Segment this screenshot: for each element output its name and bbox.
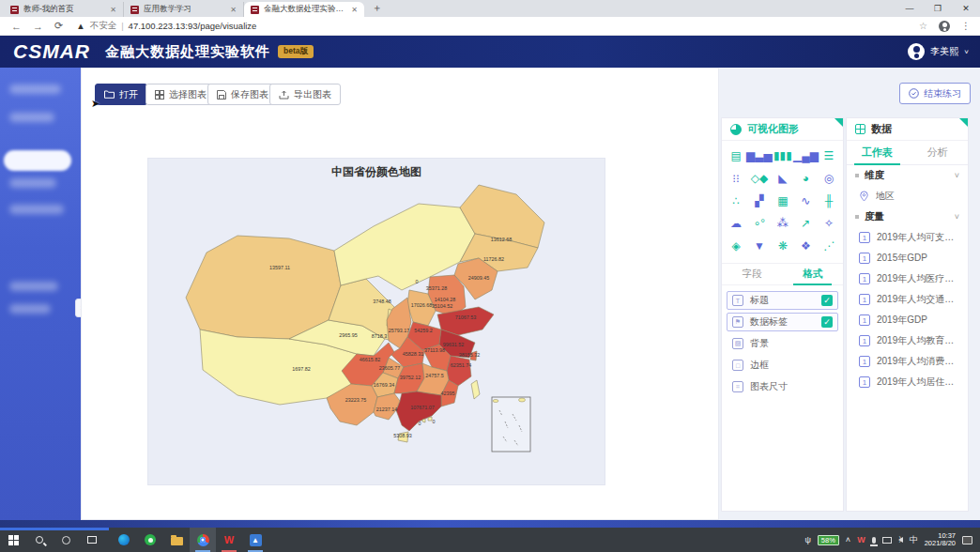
regression-chart-icon[interactable]: ⋰ [819, 235, 839, 257]
save-chart-button[interactable]: 保存图表 [207, 84, 278, 105]
bar-chart-icon[interactable]: ▆▃▅ [746, 145, 773, 167]
format-option-标题[interactable]: T标题✓ [727, 291, 838, 310]
format-option-数据标签[interactable]: ⚑数据标签✓ [727, 313, 838, 331]
province-新疆[interactable] [186, 236, 341, 339]
wps-tray-icon[interactable]: W [857, 535, 865, 544]
province-澳门[interactable] [422, 419, 425, 422]
battery-indicator[interactable]: 58% [818, 535, 839, 545]
speaker-tray-icon[interactable] [898, 537, 903, 543]
profile-icon[interactable] [939, 21, 950, 32]
trend-scatter-chart-icon[interactable]: ↗ [793, 212, 819, 235]
dimensions-section-header[interactable]: 维度 ˅ [847, 165, 968, 186]
forward-button[interactable]: → [33, 21, 43, 32]
browser-tab-3-active[interactable]: 金融大数据处理实验软件 ✕ [244, 2, 364, 17]
browser-360-taskbar-icon[interactable] [137, 528, 163, 552]
data-panel: 数据 工作表 分析 维度 ˅ 地区 度量 ˅ 12019年人均可支配收入1201… [846, 117, 969, 512]
file-explorer-taskbar-icon[interactable] [163, 528, 190, 552]
candlestick-chart-icon[interactable]: ╫ [819, 190, 839, 212]
area-chart-icon[interactable]: ◣ [773, 167, 793, 190]
restore-button[interactable]: ❐ [924, 4, 952, 13]
user-menu[interactable]: 李美熙 ˅ [908, 43, 969, 60]
chart-area[interactable]: 中国省份颜色地图 13597.111697.822965.958718.3374… [148, 159, 605, 484]
histogram-icon[interactable]: ▁▄▆ [793, 145, 819, 167]
polygon-chart-icon[interactable]: ◈ [726, 235, 746, 257]
tab-close-icon[interactable]: ✕ [230, 6, 237, 14]
select-chart-button[interactable]: 选择图表 [145, 84, 216, 105]
column-chart-icon[interactable]: ▮▮▮ [773, 145, 793, 167]
checkbox-checked-icon[interactable]: ✓ [821, 316, 833, 328]
format-option-边框[interactable]: □边框 [727, 356, 838, 375]
funnel-chart-icon[interactable]: ▼ [746, 235, 773, 257]
start-button[interactable] [0, 528, 26, 552]
task-view-button[interactable] [79, 528, 105, 552]
address-bar[interactable]: ▲ 不安全 | 47.100.223.13:93/page/visualize [76, 20, 919, 32]
line-chart-icon[interactable]: ∿ [793, 190, 819, 212]
measure-item[interactable]: 12019年GDP [847, 310, 968, 330]
checkbox-checked-icon[interactable]: ✓ [821, 295, 833, 306]
dimension-item-region[interactable]: 地区 [847, 186, 968, 207]
diamond-chart-icon[interactable]: ◇◆ [746, 167, 773, 190]
hidden-icons-chevron[interactable]: ˄ [846, 535, 850, 544]
donut-chart-icon[interactable]: ◎ [819, 167, 839, 190]
security-label: 不安全 [90, 20, 117, 32]
patch-chart-icon[interactable]: ▞ [746, 190, 773, 212]
tab-close-icon[interactable]: ✕ [351, 6, 358, 14]
measure-item[interactable]: 12019年人均教育支出 [847, 330, 968, 351]
browser-tab-2[interactable]: 应用教学学习 ✕ [124, 2, 244, 17]
new-tab-button[interactable]: ＋ [372, 1, 382, 17]
browser-tab-1[interactable]: 教师-我的首页 ✕ [4, 2, 124, 17]
docs-app-taskbar-icon[interactable]: ▲ [242, 528, 268, 552]
china-choropleth-map[interactable]: 13597.111697.822965.958718.33748.4801361… [148, 159, 605, 484]
horizontal-bar-chart-icon[interactable]: ☰ [819, 145, 839, 167]
treemap-chart-icon[interactable]: ▦ [773, 190, 793, 212]
province-香港[interactable] [428, 417, 432, 421]
tab-format[interactable]: 格式 [783, 264, 844, 284]
cortana-button[interactable] [53, 528, 79, 552]
china-map-chart-icon[interactable]: ❖ [793, 235, 819, 257]
chrome-taskbar-icon[interactable] [190, 528, 216, 552]
measure-item[interactable]: 12019年人均医疗支出 [847, 268, 968, 289]
measures-section-header[interactable]: 度量 ˅ [847, 207, 968, 227]
microphone-tray-icon[interactable] [872, 537, 876, 544]
measure-item[interactable]: 12019年人均交通通信... [847, 289, 968, 310]
close-button[interactable]: ✕ [952, 4, 980, 13]
tab-fields[interactable]: 字段 [722, 264, 783, 284]
wordcloud-chart-icon[interactable]: ☁ [726, 212, 746, 235]
wps-taskbar-icon[interactable]: W [216, 528, 242, 552]
measure-item[interactable]: 12019年人均消费支出 [847, 351, 968, 372]
tab-worksheet[interactable]: 工作表 [847, 141, 908, 164]
minimize-button[interactable]: — [896, 4, 924, 13]
measure-item[interactable]: 12015年GDP [847, 248, 968, 268]
menu-dots-icon[interactable]: ⋮ [961, 21, 971, 31]
network-chart-icon[interactable]: ❋ [773, 235, 793, 257]
reload-button[interactable]: ⟳ [54, 20, 63, 32]
bookmark-star-icon[interactable]: ☆ [919, 21, 927, 31]
measure-item[interactable]: 12019年人均可支配收入 [847, 227, 968, 248]
format-option-背景[interactable]: ▨背景 [727, 334, 838, 353]
point-line-chart-icon[interactable]: ⁝⁝ [726, 167, 746, 190]
table-icon[interactable]: ▤ [726, 145, 746, 167]
search-button[interactable] [26, 528, 53, 552]
format-option-图表尺寸[interactable]: ⌗图表尺寸 [727, 377, 838, 396]
tab-close-icon[interactable]: ✕ [110, 6, 116, 14]
measure-label: 2019年人均交通通信... [877, 293, 959, 306]
pie-chart-icon[interactable]: ◕ [793, 167, 819, 190]
radar-chart-icon[interactable]: ✧ [819, 212, 839, 235]
display-tray-icon[interactable] [882, 537, 892, 544]
notification-center-icon[interactable] [962, 536, 972, 544]
province-台湾[interactable] [471, 380, 480, 399]
input-method-indicator[interactable]: 中 [910, 534, 918, 546]
export-chart-button[interactable]: 导出图表 [269, 84, 341, 105]
edge-taskbar-icon[interactable] [111, 528, 137, 552]
taskbar-clock[interactable]: 10:37 2021/8/20 [925, 532, 956, 548]
scatter-chart-icon[interactable]: ∴ [726, 190, 746, 212]
end-practice-button[interactable]: 结束练习 [899, 83, 971, 104]
data-label-江西: 24757.5 [425, 373, 444, 378]
measure-item[interactable]: 12019年人均居住支出 [847, 372, 968, 392]
relation-chart-icon[interactable]: ⁂ [773, 212, 793, 235]
bubble-chart-icon[interactable]: ∘° [746, 212, 773, 235]
back-button[interactable]: ← [11, 21, 22, 32]
sidebar-active-item-blurred[interactable] [4, 150, 71, 171]
open-button[interactable]: 打开 [95, 84, 147, 105]
tab-analysis[interactable]: 分析 [908, 141, 969, 164]
